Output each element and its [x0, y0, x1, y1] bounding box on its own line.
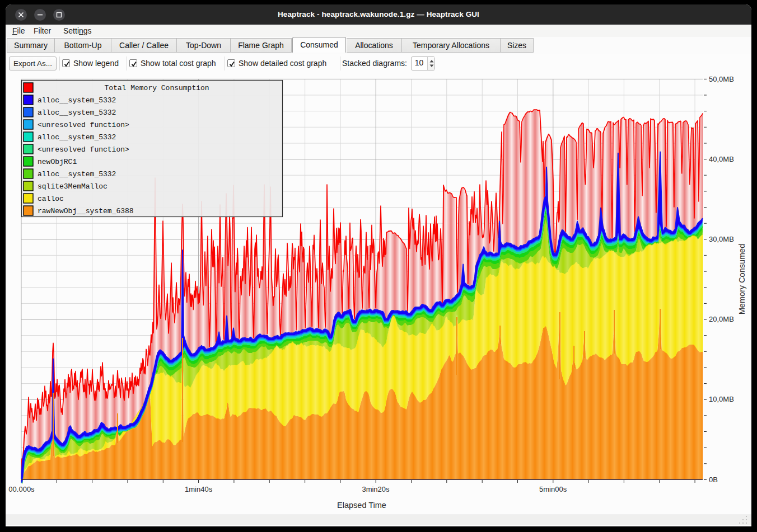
svg-text:Elapsed Time: Elapsed Time: [337, 501, 386, 510]
svg-text:50,0MB: 50,0MB: [709, 75, 734, 83]
svg-text:0B: 0B: [709, 475, 718, 484]
svg-text:00.000s: 00.000s: [8, 485, 35, 493]
svg-text:alloc__system_5332: alloc__system_5332: [38, 109, 116, 117]
svg-text:5min00s: 5min00s: [539, 485, 567, 493]
svg-text:30,0MB: 30,0MB: [709, 235, 734, 243]
svg-text:sqlite3MemMalloc: sqlite3MemMalloc: [38, 182, 108, 191]
svg-text:10,0MB: 10,0MB: [709, 395, 734, 403]
svg-text:40,0MB: 40,0MB: [709, 155, 734, 163]
svg-text:alloc__system_5332: alloc__system_5332: [38, 170, 116, 178]
svg-text:alloc__system_5332: alloc__system_5332: [38, 96, 116, 105]
svg-text:1min40s: 1min40s: [185, 485, 213, 493]
svg-text:newObjRC1: newObjRC1: [38, 158, 77, 166]
svg-text:20,0MB: 20,0MB: [709, 315, 734, 323]
svg-text:3min20s: 3min20s: [362, 485, 390, 493]
svg-text:Total Memory Consumption: Total Memory Consumption: [104, 84, 209, 92]
svg-text:rawNewObj__system_6388: rawNewObj__system_6388: [38, 207, 134, 215]
svg-text:<unresolved function>: <unresolved function>: [38, 121, 129, 129]
svg-text:Memory Consumed: Memory Consumed: [737, 244, 746, 315]
svg-text:alloc__system_5332: alloc__system_5332: [38, 133, 116, 142]
svg-text:<unresolved function>: <unresolved function>: [38, 145, 129, 154]
svg-text:calloc: calloc: [38, 195, 64, 203]
